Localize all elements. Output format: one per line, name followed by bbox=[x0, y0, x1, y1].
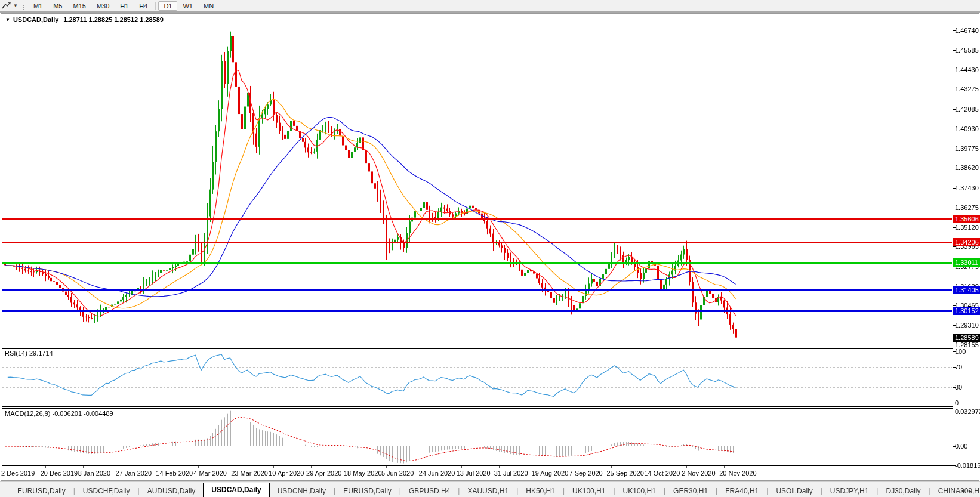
date-label: 14 Feb 2020 bbox=[156, 470, 193, 477]
rsi-indicator-label: RSI(14) 29.1714 bbox=[5, 350, 53, 357]
date-label: 23 Mar 2020 bbox=[231, 470, 268, 477]
chart-canvas[interactable] bbox=[0, 0, 980, 497]
rsi-tick-label: 30 bbox=[955, 384, 962, 391]
timeframe-button-m5[interactable]: M5 bbox=[48, 1, 67, 11]
tabs-container: EURUSD,Daily|USDCHF,Daily|AUDUSD,DailyUS… bbox=[10, 483, 980, 497]
date-label: 19 Aug 2020 bbox=[532, 470, 569, 477]
tab-xauusd-h1[interactable]: XAUUSD,H1 bbox=[460, 485, 516, 497]
date-label: 31 Jul 2020 bbox=[494, 470, 528, 477]
tab-ger30-h1[interactable]: GER30,H1 bbox=[665, 485, 716, 497]
tab-gbpusd-h4[interactable]: GBPUSD,H4 bbox=[401, 485, 458, 497]
tab-usdcnh-daily[interactable]: USDCNH,Daily bbox=[270, 485, 334, 497]
timeframe-button-w1[interactable]: W1 bbox=[177, 1, 198, 11]
tab-uk100-h1[interactable]: UK100,H1 bbox=[565, 485, 613, 497]
price-tick-label: 1.46740 bbox=[955, 27, 979, 34]
price-tick-label: 1.43275 bbox=[955, 85, 979, 92]
date-label: 13 Jul 2020 bbox=[457, 470, 491, 477]
tab-usdjpy-h1[interactable]: USDJPY,H1 bbox=[822, 485, 876, 497]
macd-indicator-label: MACD(12,26,9) -0.006201 -0.004489 bbox=[5, 410, 113, 417]
hline-price-badge: 1.34206 bbox=[953, 238, 980, 246]
tab-eurusd-daily[interactable]: EURUSD,Daily bbox=[335, 485, 399, 497]
rsi-tick-label: 100 bbox=[955, 348, 966, 355]
macd-tick-label: -0.018154 bbox=[955, 462, 980, 469]
price-tick-label: 1.42085 bbox=[955, 106, 979, 113]
timeframe-button-mn[interactable]: MN bbox=[198, 1, 219, 11]
toolbar: ▼ M1M5M15M30H1H4D1W1MN bbox=[0, 0, 980, 13]
tab-usdcad-daily[interactable]: USDCAD,Daily bbox=[203, 483, 269, 497]
timeframe-button-group: M1M5M15M30H1H4D1W1MN bbox=[28, 1, 219, 11]
date-label: 8 Jan 2020 bbox=[78, 470, 110, 477]
chart-pointer-icon[interactable]: ▼ bbox=[2, 2, 18, 10]
rsi-tick-label: 0 bbox=[955, 399, 959, 406]
date-label: 10 Apr 2020 bbox=[269, 470, 304, 477]
date-label: 4 Mar 2020 bbox=[193, 470, 227, 477]
date-label: 29 Apr 2020 bbox=[306, 470, 341, 477]
date-label: 25 Sep 2020 bbox=[606, 470, 643, 477]
date-label: 2 Nov 2020 bbox=[682, 470, 715, 477]
chart-menu-icon[interactable]: ▼ bbox=[5, 17, 10, 23]
macd-tick-label: 0.00 bbox=[955, 443, 967, 450]
timeframe-button-d1[interactable]: D1 bbox=[158, 1, 177, 11]
tab-dj30-daily[interactable]: DJ30,Daily bbox=[878, 485, 928, 497]
price-tick-label: 1.44430 bbox=[955, 66, 979, 73]
timeframe-button-m1[interactable]: M1 bbox=[28, 1, 48, 11]
date-label: 27 Jan 2020 bbox=[116, 470, 152, 477]
tab-eurusd-daily[interactable]: EURUSD,Daily bbox=[10, 485, 73, 497]
chart-title: ▼USDCAD,Daily1.28711 1.28825 1.28512 1.2… bbox=[5, 16, 164, 23]
tab-scroll-right-icon[interactable]: ▸ bbox=[969, 488, 976, 494]
tab-usoil-daily[interactable]: USOil,Daily bbox=[768, 485, 820, 497]
tab-hk50-h1[interactable]: HK50,H1 bbox=[518, 485, 563, 497]
hline-price-badge: 1.31405 bbox=[953, 286, 980, 294]
chart-tab-bar: EURUSD,Daily|USDCHF,Daily|AUDUSD,DailyUS… bbox=[0, 481, 980, 497]
date-label: 20 Nov 2020 bbox=[719, 470, 756, 477]
macd-tick-label: 0.032972 bbox=[955, 408, 980, 415]
hline-price-badge: 1.33011 bbox=[953, 258, 980, 267]
chart-title-symbol: USDCAD,Daily bbox=[13, 16, 58, 23]
tab-scroll-arrows: ◂▸ bbox=[961, 488, 976, 494]
timeframe-button-m30[interactable]: M30 bbox=[91, 1, 115, 11]
timeframe-button-h1[interactable]: H1 bbox=[115, 1, 134, 11]
tab-fra40-h1[interactable]: FRA40,H1 bbox=[717, 485, 766, 497]
timeframe-button-m15[interactable]: M15 bbox=[67, 1, 91, 11]
price-tick-label: 1.36275 bbox=[955, 204, 979, 211]
date-label: 7 Sep 2020 bbox=[569, 470, 602, 477]
price-tick-label: 1.37430 bbox=[955, 184, 979, 192]
date-label: 24 Jun 2020 bbox=[419, 470, 455, 477]
price-tick-label: 1.29310 bbox=[955, 322, 979, 329]
rsi-tick-label: 70 bbox=[955, 363, 962, 371]
date-label: 2 Dec 2019 bbox=[1, 470, 35, 477]
price-tick-label: 1.45585 bbox=[955, 47, 979, 54]
price-tick-label: 1.38620 bbox=[955, 164, 979, 171]
tab-uk100-h1[interactable]: UK100,H1 bbox=[615, 485, 664, 497]
timeframe-button-h4[interactable]: H4 bbox=[134, 1, 153, 11]
price-tick-label: 1.40930 bbox=[955, 125, 979, 132]
price-tick-label: 1.35120 bbox=[955, 224, 979, 231]
toolbar-grip[interactable] bbox=[23, 2, 24, 10]
tab-audusd-daily[interactable]: AUDUSD,Daily bbox=[140, 485, 204, 497]
hline-price-badge: 1.30152 bbox=[953, 307, 980, 315]
app-window: ▼ M1M5M15M30H1H4D1W1MN ▼USDCAD,Daily1.28… bbox=[0, 0, 980, 497]
tab-usdchf-daily[interactable]: USDCHF,Daily bbox=[75, 485, 138, 497]
toolbar-separator bbox=[155, 2, 156, 10]
current-price-badge: 1.28589 bbox=[953, 334, 980, 342]
date-label: 20 Dec 2019 bbox=[41, 470, 78, 477]
date-label: 14 Oct 2020 bbox=[644, 470, 680, 477]
hline-price-badge: 1.35606 bbox=[953, 215, 980, 223]
dropdown-caret-icon[interactable]: ▼ bbox=[13, 3, 18, 8]
price-tick-label: 1.39775 bbox=[955, 145, 979, 152]
date-label: 5 Jun 2020 bbox=[381, 470, 414, 477]
tab-scroll-left-icon[interactable]: ◂ bbox=[961, 488, 969, 494]
chart-title-ohlc: 1.28711 1.28825 1.28512 1.28589 bbox=[63, 16, 164, 23]
date-label: 18 May 2020 bbox=[344, 470, 382, 477]
